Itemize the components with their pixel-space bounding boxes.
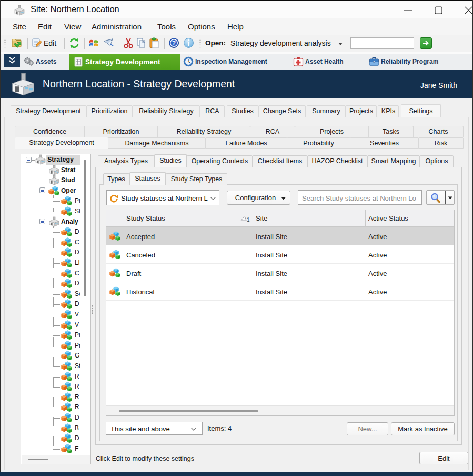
svg-text:?: ? [172,39,176,47]
svg-text:1: 1 [247,217,250,222]
